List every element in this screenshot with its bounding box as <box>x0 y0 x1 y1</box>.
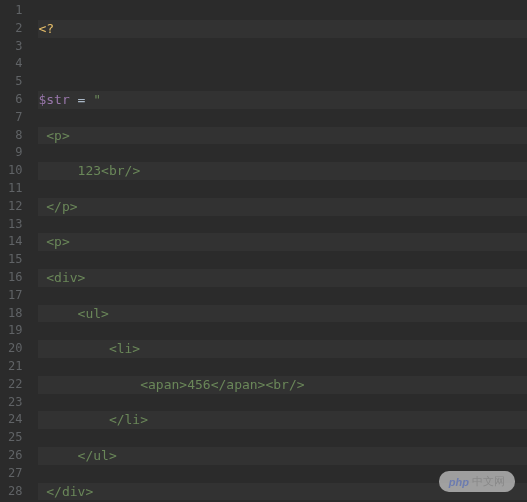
string-content: </li> <box>38 412 148 427</box>
code-editor: 1 2 3 4 5 6 7 8 9 10 11 12 13 14 15 16 1… <box>0 0 527 502</box>
line-number: 26 <box>8 447 22 465</box>
line-number: 27 <box>8 465 22 483</box>
line-number: 11 <box>8 180 22 198</box>
line-number: 18 <box>8 305 22 323</box>
code-line: </ul> <box>38 447 527 465</box>
string-content: <ul> <box>38 306 108 321</box>
line-number: 16 <box>8 269 22 287</box>
line-number: 19 <box>8 322 22 340</box>
watermark: php中文网 <box>439 471 515 492</box>
line-number: 14 <box>8 233 22 251</box>
string-content: <apan> <box>140 377 187 392</box>
code-content[interactable]: <? $str = " <p> 123<br/> </p> <p> <div> … <box>32 0 527 502</box>
string-content <box>38 377 140 392</box>
string-content: <li> <box>38 341 140 356</box>
code-line: <ul> <box>38 305 527 323</box>
line-number: 28 <box>8 483 22 501</box>
line-number: 20 <box>8 340 22 358</box>
code-line: <? <box>38 20 527 38</box>
operator: = <box>70 92 93 107</box>
string-content: <p> <box>38 234 69 249</box>
string-content: </apan> <box>211 377 266 392</box>
string-content: <p> <box>38 128 69 143</box>
line-number: 6 <box>8 91 22 109</box>
line-number: 25 <box>8 429 22 447</box>
code-line: <p> <box>38 233 527 251</box>
line-number: 4 <box>8 55 22 73</box>
code-line <box>38 55 527 73</box>
php-variable: $str <box>38 92 69 107</box>
line-number: 9 <box>8 144 22 162</box>
string-content: 456 <box>187 377 210 392</box>
php-open-tag: <? <box>38 21 54 36</box>
line-number: 24 <box>8 411 22 429</box>
string-content: </div> <box>38 484 93 499</box>
string-content: </ul> <box>38 448 116 463</box>
code-line: 123<br/> <box>38 162 527 180</box>
line-number: 12 <box>8 198 22 216</box>
string-content: <br/> <box>265 377 304 392</box>
code-line: $str = " <box>38 91 527 109</box>
string-quote: " <box>93 92 101 107</box>
code-line: <p> <box>38 127 527 145</box>
line-number: 1 <box>8 2 22 20</box>
line-number: 7 <box>8 109 22 127</box>
code-line: </p> <box>38 198 527 216</box>
line-number: 2 <box>8 20 22 38</box>
string-content: 123 <box>38 163 101 178</box>
code-line: <apan>456</apan><br/> <box>38 376 527 394</box>
line-number: 22 <box>8 376 22 394</box>
line-number: 13 <box>8 216 22 234</box>
code-line: <div> <box>38 269 527 287</box>
line-number: 10 <box>8 162 22 180</box>
watermark-php: php <box>449 476 469 488</box>
string-content: <br/> <box>101 163 140 178</box>
string-content: <div> <box>38 270 85 285</box>
code-line: <li> <box>38 340 527 358</box>
line-number: 17 <box>8 287 22 305</box>
watermark-cn: 中文网 <box>472 474 505 489</box>
line-number: 3 <box>8 38 22 56</box>
line-number: 21 <box>8 358 22 376</box>
line-number: 8 <box>8 127 22 145</box>
line-gutter: 1 2 3 4 5 6 7 8 9 10 11 12 13 14 15 16 1… <box>0 0 32 502</box>
string-content: </p> <box>38 199 77 214</box>
line-number: 23 <box>8 394 22 412</box>
code-line: </li> <box>38 411 527 429</box>
line-number: 5 <box>8 73 22 91</box>
line-number: 15 <box>8 251 22 269</box>
